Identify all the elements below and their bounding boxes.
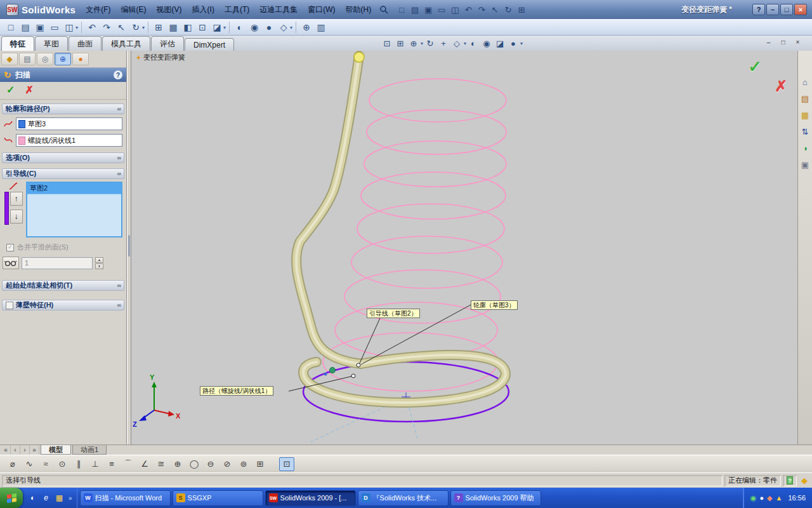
- path-selection-input[interactable]: 螺旋线/涡状线1: [16, 134, 122, 147]
- sketch-tool-active-icon[interactable]: ⊡: [279, 457, 294, 471]
- sketch-tool-congruent-icon[interactable]: ≅: [154, 457, 169, 471]
- sketch-tool-wave-icon[interactable]: ≈: [38, 457, 53, 471]
- show-desktop-icon[interactable]: ◐: [27, 493, 38, 504]
- dropdown-caret-icon[interactable]: ▾: [290, 25, 292, 30]
- sketch-tool-offset-icon[interactable]: ⊘: [219, 457, 235, 471]
- tray-antivirus-icon[interactable]: ◆: [767, 494, 772, 502]
- tab-model[interactable]: 模型: [41, 445, 71, 455]
- tab-surfaces[interactable]: 曲面: [69, 36, 102, 51]
- search-results-icon[interactable]: ⇅: [799, 126, 811, 138]
- scene-icon[interactable]: ◇: [277, 20, 291, 34]
- propertymanager-tab-icon[interactable]: ▤: [19, 53, 36, 65]
- menu-tools[interactable]: 工具(T): [219, 2, 254, 18]
- pm-ok-button[interactable]: ✓: [6, 85, 15, 95]
- move-down-button[interactable]: ↓: [10, 210, 23, 224]
- appearance-icon[interactable]: ●: [507, 37, 520, 50]
- dropdown-caret-icon[interactable]: ▾: [520, 41, 523, 46]
- profile-selection-input[interactable]: 草图3: [16, 117, 122, 130]
- zoom-fit-icon[interactable]: ⊡: [381, 37, 393, 50]
- sketch-tool-ellipse-icon[interactable]: ◯: [187, 457, 202, 471]
- rebuild-icon[interactable]: ↻: [129, 20, 143, 34]
- design-library-icon[interactable]: ▤: [799, 93, 811, 105]
- section-thin-feature[interactable]: 薄壁特征(H) ∨∨: [2, 300, 124, 311]
- taskbar-item-help[interactable]: ? SolidWorks 2009 帮助: [450, 490, 541, 506]
- section-view-icon[interactable]: ◪: [494, 37, 506, 50]
- view-orientation-icon[interactable]: ◪: [210, 20, 224, 34]
- sketch-tool-equal-icon[interactable]: ≡: [104, 457, 119, 471]
- spin-down-icon[interactable]: ▼: [95, 264, 103, 269]
- print-icon[interactable]: ▭: [435, 3, 448, 16]
- sketch-tool-perpendicular-icon[interactable]: ⊥: [88, 457, 103, 471]
- select-pointer-icon[interactable]: ↖: [114, 20, 128, 34]
- taskbar-item-solidworks[interactable]: SW SolidWorks 2009 - [...: [265, 490, 356, 506]
- maximize-button[interactable]: □: [780, 4, 793, 15]
- tab-dimxpert[interactable]: DimXpert: [185, 38, 234, 51]
- tray-volume-icon[interactable]: ●: [759, 494, 764, 502]
- sketch-tool-trim-icon[interactable]: ⊖: [203, 457, 218, 471]
- sketch-tool-parallel-icon[interactable]: ∥: [71, 457, 86, 471]
- tab-mold-tools[interactable]: 模具工具: [102, 36, 150, 51]
- taskbar-item-document[interactable]: D 『SolidWorks 技术...: [358, 490, 449, 506]
- merge-smooth-faces-checkbox[interactable]: ✓: [6, 244, 14, 251]
- section-profile-and-path[interactable]: 轮廓和路径(P) ∧∧: [2, 104, 124, 114]
- open-document-icon[interactable]: ▤: [409, 3, 421, 16]
- menu-insert[interactable]: 插入(I): [187, 2, 219, 18]
- path-vertex-marker[interactable]: [351, 374, 355, 378]
- appearance-icon[interactable]: ●: [262, 20, 276, 34]
- dropdown-caret-icon[interactable]: ▾: [75, 25, 78, 30]
- file-explorer-icon[interactable]: ▦: [799, 109, 811, 121]
- zoom-area-icon[interactable]: ⊞: [394, 37, 407, 50]
- pan-icon[interactable]: +: [437, 37, 450, 50]
- panel-splitter[interactable]: [127, 51, 131, 444]
- path-callout[interactable]: 路径（螺旋线/涡状线1）: [200, 386, 273, 396]
- tab-animation[interactable]: 动画1: [72, 445, 107, 455]
- section-options[interactable]: 选项(O) ∨∨: [2, 152, 124, 163]
- zoom-fit-icon[interactable]: ⊡: [195, 20, 209, 34]
- dropdown-caret-icon[interactable]: ▾: [142, 25, 145, 30]
- options-icon[interactable]: ⊞: [515, 3, 528, 16]
- start-button[interactable]: [0, 488, 23, 508]
- internet-explorer-icon[interactable]: e: [41, 493, 51, 504]
- dropdown-caret-icon[interactable]: ▾: [421, 41, 423, 46]
- new-document-icon[interactable]: □: [4, 20, 18, 34]
- tab-evaluate[interactable]: 评估: [151, 36, 184, 51]
- tray-shield-icon[interactable]: ◉: [750, 494, 757, 502]
- view-orientation-icon[interactable]: ◇: [450, 37, 463, 50]
- taskbar-item-word[interactable]: W 扫描 - Microsoft Word: [80, 490, 171, 506]
- sketch-tool-add-relation-icon[interactable]: ⊕: [170, 457, 185, 471]
- splitter-grip[interactable]: [128, 235, 130, 257]
- rebuild-icon[interactable]: ↻: [502, 3, 514, 16]
- guide-curves-listbox[interactable]: 草图2: [26, 182, 122, 237]
- menu-window[interactable]: 窗口(W): [303, 2, 340, 18]
- dropdown-caret-icon[interactable]: ▾: [464, 41, 466, 46]
- tray-update-icon[interactable]: ▲: [776, 494, 783, 502]
- configurationmanager-tab-icon[interactable]: ◎: [37, 53, 53, 65]
- thin-feature-checkbox[interactable]: [6, 302, 13, 309]
- guide-callout[interactable]: 引导线（草图2）: [367, 309, 420, 318]
- doc-restore-button[interactable]: □: [778, 37, 789, 47]
- endpoint-marker[interactable]: [354, 52, 364, 62]
- help-button[interactable]: ?: [752, 4, 765, 15]
- display-style-icon[interactable]: ◐: [467, 37, 480, 50]
- sketch-tool-arc-icon[interactable]: ⌒: [121, 457, 136, 471]
- open-document-icon[interactable]: ▤: [18, 20, 32, 34]
- confirm-cancel-button[interactable]: ✗: [775, 77, 787, 95]
- menu-edit[interactable]: 编辑(E): [116, 2, 152, 18]
- pm-cancel-button[interactable]: ✗: [25, 85, 33, 95]
- minimize-button[interactable]: –: [766, 4, 779, 15]
- home-icon[interactable]: ⌂: [799, 76, 811, 88]
- print-preview-icon[interactable]: ◫: [62, 20, 76, 34]
- annotation-icon[interactable]: ▥: [314, 20, 328, 34]
- hide-show-icon[interactable]: ◉: [247, 20, 261, 34]
- close-button[interactable]: ×: [794, 4, 807, 15]
- clock[interactable]: 16:56: [785, 494, 806, 502]
- section-start-end-tangency[interactable]: 起始处/结束处相切(T) ∨∨: [2, 280, 124, 291]
- tangency-value-field[interactable]: 1: [22, 257, 93, 269]
- doc-close-button[interactable]: ×: [792, 37, 803, 47]
- featuremanager-tab-icon[interactable]: ◆: [1, 53, 18, 65]
- search-icon[interactable]: [377, 3, 390, 16]
- menu-help[interactable]: 帮助(H): [341, 2, 377, 18]
- display-style-icon[interactable]: ◐: [233, 20, 247, 34]
- quick-launch-overflow-icon[interactable]: »: [67, 495, 72, 502]
- move-up-button[interactable]: ↑: [10, 192, 23, 206]
